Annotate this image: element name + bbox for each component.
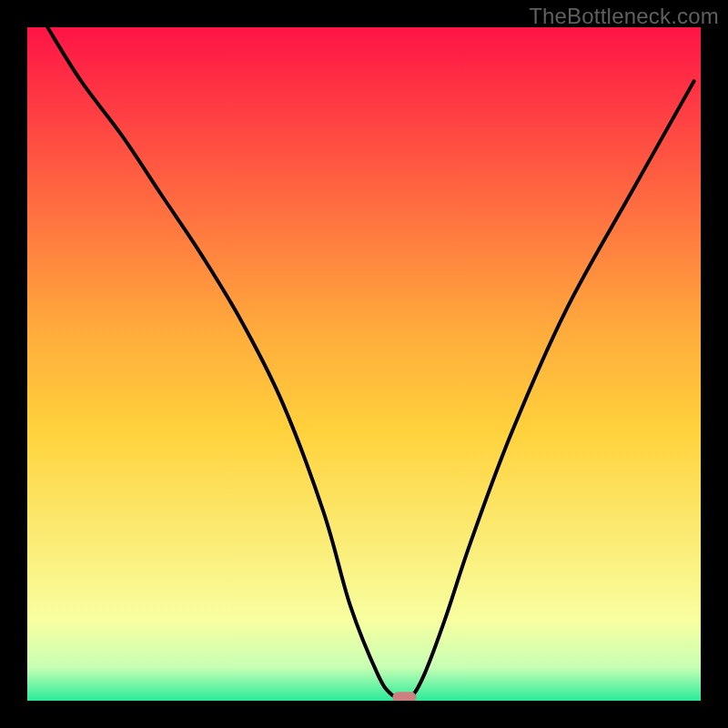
bottleneck-chart: [27, 27, 701, 701]
gradient-background: [27, 27, 701, 701]
chart-frame: TheBottleneck.com: [0, 0, 728, 728]
valley-marker: [392, 692, 416, 701]
watermark-text: TheBottleneck.com: [529, 4, 719, 29]
